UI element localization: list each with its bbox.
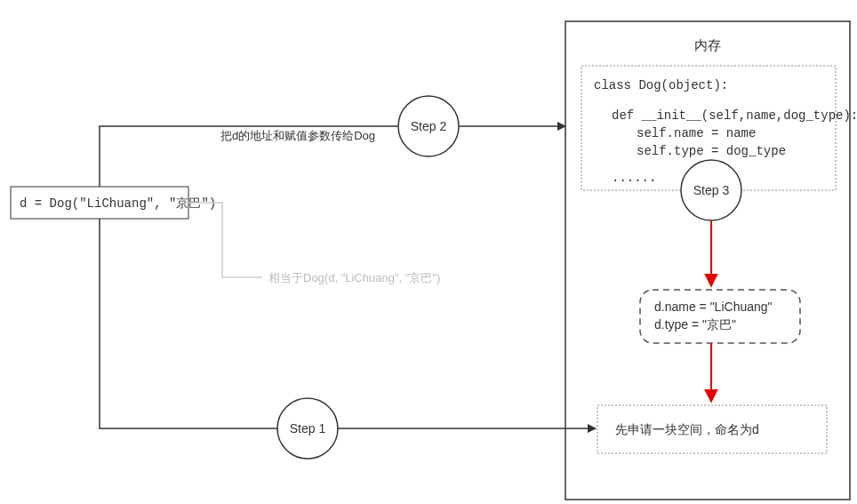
path-to-step1 bbox=[100, 219, 277, 428]
step3-label: Step 3 bbox=[693, 183, 730, 197]
class-line4: self.type = dog_type bbox=[637, 144, 786, 158]
class-line3: self.name = name bbox=[637, 126, 756, 140]
step1-label: Step 1 bbox=[290, 421, 326, 436]
attr-line2: d.type = "京巴" bbox=[654, 317, 736, 332]
class-line5: ...... bbox=[612, 171, 656, 185]
step2-label: Step 2 bbox=[411, 119, 447, 133]
source-box-text: d = Dog("LiChuang", "京巴") bbox=[20, 196, 216, 211]
class-line1: class Dog(object): bbox=[594, 78, 728, 92]
faded-path bbox=[188, 203, 262, 277]
diagram-canvas: d = Dog("LiChuang", "京巴") 把d的地址和赋值参数传给Do… bbox=[0, 0, 857, 504]
top-path-label: 把d的地址和赋值参数传给Dog bbox=[220, 129, 375, 142]
alloc-text: 先申请一块空间，命名为d bbox=[615, 422, 759, 436]
class-line2: def __init__(self,name,dog_type): bbox=[612, 108, 857, 123]
attrs-box bbox=[640, 290, 800, 343]
memory-title: 内存 bbox=[694, 37, 721, 52]
attr-line1: d.name = "LiChuang" bbox=[654, 300, 773, 314]
faded-label: 相当于Dog(d, "LiChuang", "京巴") bbox=[268, 271, 440, 284]
